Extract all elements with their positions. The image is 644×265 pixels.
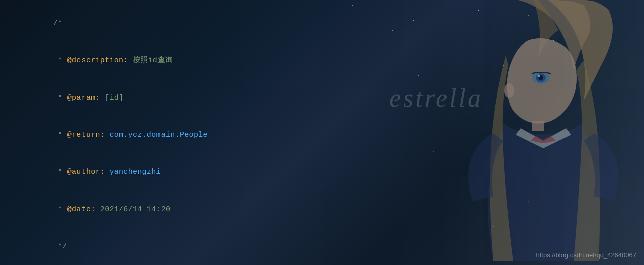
line-content-3: * @param: [id] [25, 80, 639, 116]
csdn-link: https://blog.csdn.net/qq_42640067 [536, 251, 637, 259]
code-panel: /* * @description: 按照id查询 * @param: [id]… [0, 0, 644, 265]
line-content-6: * @date: 2021/6/14 14:20 [25, 192, 639, 228]
comment-text-3: * @param: [id] [53, 94, 124, 102]
code-line-7: */ [0, 228, 644, 265]
line-content-2: * @description: 按照id查询 [25, 43, 639, 79]
comment-text-7: */ [53, 242, 67, 251]
comment-text-4: * @return: com.ycz.domain.People [53, 131, 208, 139]
line-content-4: * @return: com.ycz.domain.People [25, 117, 639, 153]
comment-text-2: * @description: 按照id查询 [53, 56, 173, 65]
code-line-1: /* [0, 5, 644, 42]
code-line-5: * @author: yanchengzhi [0, 154, 644, 191]
line-content-1: /* [25, 6, 639, 42]
code-line-2: * @description: 按照id查询 [0, 42, 644, 79]
comment-text-6: * @date: 2021/6/14 14:20 [53, 205, 171, 214]
comment-text-5: * @author: yanchengzhi [53, 168, 161, 176]
line-content-7: */ [25, 229, 639, 265]
code-line-4: * @return: com.ycz.domain.People [0, 117, 644, 154]
comment-text-1: /* [53, 19, 63, 28]
code-line-3: * @param: [id] [0, 79, 644, 117]
code-line-6: * @date: 2021/6/14 14:20 [0, 191, 644, 228]
estrella-watermark: estrella [389, 83, 483, 113]
line-content-5: * @author: yanchengzhi [25, 154, 639, 191]
